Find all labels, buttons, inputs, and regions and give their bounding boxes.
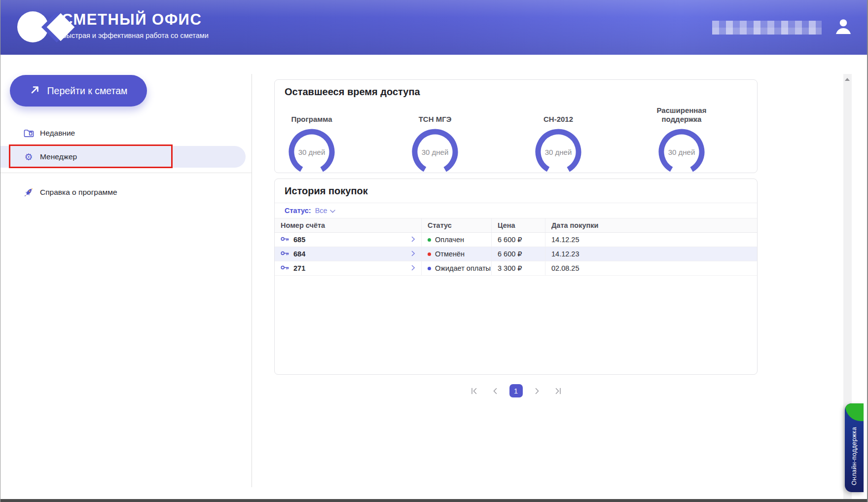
- gauge-ring: 30 дней: [288, 128, 335, 176]
- online-support-tab[interactable]: Онлайн-поддержка: [845, 403, 864, 492]
- folder-icon: [23, 129, 34, 138]
- col-header-price: Цена: [492, 218, 545, 232]
- access-time-card: Оставшееся время доступа Программа 30 дн…: [274, 79, 758, 173]
- sidebar-item-recent[interactable]: Недавние: [0, 122, 246, 144]
- access-card-title: Оставшееся время доступа: [275, 80, 757, 98]
- prev-page-button[interactable]: [489, 385, 502, 397]
- brand-block: СМЕТНЫЙ ОФИС Быстрая и эффективная работ…: [62, 11, 209, 39]
- gauge-ring: 30 дней: [411, 128, 459, 176]
- sidebar: Перейти к сметам Недавние ⚙ Менеджер Спр…: [0, 55, 252, 487]
- rocket-icon: [23, 186, 34, 198]
- purchases-card-title: История покупок: [275, 179, 757, 197]
- col-header-status: Статус: [422, 218, 492, 232]
- table-header-row: Номер счёта Статус Цена Дата покупки: [275, 218, 757, 233]
- invoice-number: 685: [293, 236, 305, 244]
- status-filter-dropdown[interactable]: Все: [315, 207, 335, 215]
- next-page-button[interactable]: [531, 385, 543, 397]
- status-text: Оплачен: [435, 236, 464, 244]
- support-leaf-icon: [845, 403, 864, 421]
- status-text: Ожидает оплаты: [435, 264, 491, 272]
- scroll-up-arrow-icon[interactable]: [845, 78, 850, 81]
- key-icon: [281, 250, 289, 258]
- price-value: 6 600 ₽: [492, 247, 545, 261]
- sidebar-divider: [0, 173, 252, 173]
- gauge-ring: 30 дней: [535, 128, 582, 176]
- col-header-number: Номер счёта: [275, 218, 422, 232]
- app-window: СМЕТНЫЙ ОФИС Быстрая и эффективная работ…: [0, 0, 868, 502]
- row-chevron-icon[interactable]: [411, 250, 415, 258]
- gauge-sn-2012: СН-2012 30 дней: [521, 99, 595, 176]
- status-dot: [428, 252, 431, 256]
- key-icon: [281, 236, 289, 244]
- status-text: Отменён: [435, 250, 465, 258]
- pagination: 1: [274, 384, 758, 397]
- table-row[interactable]: 685 Оплачен 6 600 ₽ 14.12.25: [275, 233, 757, 247]
- chevron-down-icon: [330, 207, 335, 215]
- sidebar-item-manager[interactable]: ⚙ Менеджер: [0, 146, 246, 168]
- row-chevron-icon[interactable]: [411, 264, 415, 272]
- user-name-redacted: [712, 21, 822, 35]
- gauge-extended-support: Расширенная поддержка 30 дней: [645, 99, 719, 176]
- price-value: 3 300 ₽: [492, 261, 545, 275]
- sidebar-item-label: Недавние: [40, 129, 75, 138]
- purchase-date: 14.12.25: [545, 233, 757, 247]
- purchase-date: 02.08.25: [545, 261, 757, 275]
- status-dot: [428, 267, 431, 270]
- window-bottom-bar: [0, 499, 867, 502]
- go-to-estimates-button[interactable]: Перейти к сметам: [10, 75, 147, 107]
- col-header-date: Дата покупки: [545, 218, 757, 232]
- arrow-up-right-icon: [30, 84, 40, 98]
- price-value: 6 600 ₽: [492, 233, 545, 247]
- table-row[interactable]: 684 Отменён 6 600 ₽ 14.12.23: [275, 247, 757, 261]
- purchase-history-card: История покупок Статус: Все Номер счёта …: [274, 179, 758, 375]
- support-tab-label: Онлайн-поддержка: [845, 423, 864, 489]
- current-page-button[interactable]: 1: [509, 384, 523, 397]
- sidebar-item-label: Справка о программе: [40, 188, 117, 197]
- app-title: СМЕТНЫЙ ОФИС: [62, 11, 209, 29]
- status-dot: [428, 238, 431, 242]
- row-chevron-icon[interactable]: [411, 236, 415, 244]
- invoice-number: 684: [293, 250, 305, 258]
- purchase-date: 14.12.23: [545, 247, 757, 261]
- gauges-row: Программа 30 дней ТСН МГЭ 30 дней СН-201…: [275, 99, 738, 176]
- last-page-button[interactable]: [551, 385, 564, 397]
- gear-icon: ⚙: [23, 152, 34, 162]
- sidebar-item-help[interactable]: Справка о программе: [0, 181, 246, 203]
- go-to-estimates-label: Перейти к сметам: [47, 85, 128, 97]
- key-icon: [281, 264, 289, 272]
- status-filter-row: Статус: Все: [275, 203, 757, 218]
- purchases-table: Номер счёта Статус Цена Дата покупки 685…: [275, 218, 757, 276]
- main-content: Оставшееся время доступа Программа 30 дн…: [252, 55, 843, 499]
- table-row[interactable]: 271 Ожидает оплаты 3 300 ₽ 02.08.25: [275, 261, 757, 276]
- app-subtitle: Быстрая и эффективная работа со сметами: [62, 32, 209, 39]
- gauge-programma: Программа 30 дней: [275, 99, 349, 176]
- app-header: СМЕТНЫЙ ОФИС Быстрая и эффективная работ…: [0, 0, 867, 55]
- invoice-number: 271: [293, 264, 305, 272]
- gauge-tsn-mge: ТСН МГЭ 30 дней: [398, 99, 472, 176]
- user-avatar-icon[interactable]: [832, 15, 855, 40]
- first-page-button[interactable]: [468, 385, 481, 397]
- status-filter-label: Статус:: [285, 207, 311, 215]
- sidebar-item-label: Менеджер: [40, 152, 77, 161]
- gauge-ring: 30 дней: [658, 128, 705, 176]
- user-area: [712, 15, 855, 40]
